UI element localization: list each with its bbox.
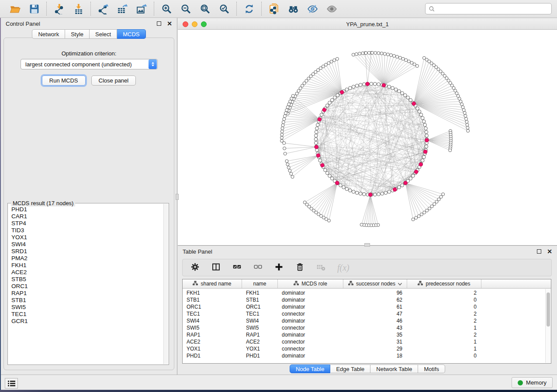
cell: dominator — [278, 297, 343, 303]
close-panel-button[interactable]: Close panel — [91, 76, 136, 86]
hide-annotations-button[interactable] — [304, 2, 320, 16]
mcds-result-list[interactable]: PHD1CAR1STP4TID3YOX1SWI4SRD1PMA2FKH1ACE2… — [9, 206, 163, 364]
mcds-result-node[interactable]: PHD1 — [9, 206, 163, 213]
table-row[interactable]: YOX1YOX1connector291 — [183, 345, 551, 352]
column-header-successor-nodes[interactable]: successor nodes — [343, 279, 407, 288]
mcds-result-node[interactable]: RAP1 — [9, 290, 163, 297]
tab-node-table[interactable]: Node Table — [290, 364, 331, 373]
cell: 47 — [343, 311, 407, 317]
zoom-out-button[interactable] — [178, 2, 194, 16]
mcds-result-node[interactable]: GCR1 — [9, 318, 163, 325]
column-header-predecessor-nodes[interactable]: predecessor nodes — [407, 279, 481, 288]
cell: RAP1 — [183, 332, 242, 338]
mcds-result-node[interactable]: PMA2 — [9, 255, 163, 262]
mcds-result-node[interactable]: ACE2 — [9, 269, 163, 276]
mcds-result-node[interactable]: SWI4 — [9, 241, 163, 248]
table-row[interactable]: STB1STB1dominator620 — [183, 296, 551, 303]
zoom-selected-button[interactable] — [216, 2, 232, 16]
network-window-titlebar[interactable]: YPA_prune.txt_1 — [178, 19, 557, 30]
cell: 61 — [343, 304, 407, 310]
mcds-result-node[interactable]: CAR1 — [9, 213, 163, 220]
cell: ORC1 — [183, 304, 242, 310]
table-scrollbar[interactable] — [545, 289, 550, 363]
column-header-MCDS-role[interactable]: MCDS role — [278, 279, 343, 288]
mcds-result-node[interactable]: TID3 — [9, 227, 163, 234]
open-session-button[interactable] — [7, 2, 23, 16]
run-mcds-button[interactable]: Run MCDS — [42, 76, 86, 86]
import-table-button[interactable] — [70, 2, 86, 16]
tab-style[interactable]: Style — [65, 29, 90, 39]
refresh-layout-icon — [244, 3, 255, 14]
mcds-result-node[interactable]: STB1 — [9, 297, 163, 304]
tab-edge-table[interactable]: Edge Table — [330, 364, 370, 373]
zoom-in-button[interactable] — [159, 2, 174, 16]
add-column-button[interactable] — [274, 262, 284, 273]
mcds-result-node[interactable]: SWI5 — [9, 304, 163, 311]
tab-mcds[interactable]: MCDS — [117, 29, 145, 39]
tab-network[interactable]: Network — [32, 29, 65, 39]
table-row[interactable]: FKH1FKH1dominator962 — [183, 289, 551, 296]
mcds-result-node[interactable]: SRD1 — [9, 248, 163, 255]
cell: YOX1 — [242, 346, 278, 352]
memory-status-icon — [518, 380, 523, 385]
select-all-checkboxes-button[interactable] — [232, 262, 242, 273]
mcds-result-scrollbar[interactable] — [163, 204, 168, 364]
mcds-result-node[interactable]: STB5 — [9, 276, 163, 283]
split-columns-button[interactable] — [211, 262, 221, 273]
clear-selection-checkboxes-button[interactable] — [253, 262, 263, 273]
save-session-button[interactable] — [26, 2, 42, 16]
search-input[interactable] — [437, 6, 551, 12]
cell: 35 — [343, 332, 407, 338]
export-table-button[interactable] — [114, 2, 130, 16]
tab-network-table[interactable]: Network Table — [370, 364, 418, 373]
mcds-result-node[interactable]: STP4 — [9, 220, 163, 227]
mcds-result-node[interactable]: ORC1 — [9, 283, 163, 290]
optimization-criterion-select[interactable]: largest connected component (undirected) — [21, 59, 158, 69]
float-window-icon[interactable] — [537, 249, 541, 254]
cell: YOX1 — [183, 346, 242, 352]
delete-column-button[interactable] — [295, 262, 304, 273]
close-icon[interactable]: ✕ — [167, 21, 172, 26]
float-window-icon[interactable] — [157, 21, 161, 26]
show-graphics-eye-button[interactable] — [324, 2, 339, 16]
panel-divider-grip-vertical[interactable] — [176, 194, 179, 200]
table-row[interactable]: PHD1PHD1dominator180 — [183, 352, 551, 359]
export-network-icon — [98, 3, 109, 14]
table-row[interactable]: SWI4SWI4dominator462 — [183, 317, 551, 324]
mcds-result-node[interactable]: TEC1 — [9, 311, 163, 318]
panel-divider-grip-horizontal[interactable] — [364, 243, 370, 247]
export-network-button[interactable] — [95, 2, 111, 16]
search-binoculars-button[interactable] — [285, 2, 301, 16]
close-icon[interactable]: ✕ — [547, 249, 552, 254]
table-scrollbar-thumb[interactable] — [547, 292, 550, 327]
cell: 2 — [407, 318, 481, 324]
cell: dominator — [278, 353, 343, 359]
table-row[interactable]: ORC1ORC1dominator610 — [183, 303, 551, 310]
zoom-fit-button[interactable] — [197, 2, 213, 16]
table-row[interactable]: RAP1RAP1dominator352 — [183, 331, 551, 338]
search-box[interactable] — [425, 3, 552, 14]
mcds-result-node[interactable]: YOX1 — [9, 234, 163, 241]
export-image-button[interactable] — [134, 2, 149, 16]
import-network-button[interactable] — [51, 2, 67, 16]
table-row[interactable]: TEC1TEC1connector472 — [183, 310, 551, 317]
network-document-button[interactable] — [266, 2, 282, 16]
table-row[interactable]: ACE2ACE2connector311 — [183, 338, 551, 345]
memory-button[interactable]: Memory — [512, 377, 553, 388]
status-menu-button[interactable] — [5, 378, 18, 389]
network-document-icon — [269, 3, 280, 14]
column-header-shared-name[interactable]: shared name — [183, 279, 242, 288]
cell: connector — [278, 325, 343, 331]
column-header-name[interactable]: name — [242, 279, 278, 288]
mcds-result-title: MCDS result (17 nodes) — [11, 200, 75, 206]
network-canvas[interactable] — [178, 30, 557, 245]
tab-motifs[interactable]: Motifs — [418, 364, 445, 373]
table-row[interactable]: SWI5SWI5connector431 — [183, 324, 551, 331]
cell: 1 — [407, 325, 481, 331]
gear-button[interactable] — [190, 262, 200, 273]
mcds-result-node[interactable]: FKH1 — [9, 262, 163, 269]
refresh-layout-button[interactable] — [241, 2, 257, 16]
cell: dominator — [278, 332, 343, 338]
tab-select[interactable]: Select — [90, 29, 117, 39]
mcds-tab-content: Optimization criterion: largest connecte… — [3, 38, 174, 370]
